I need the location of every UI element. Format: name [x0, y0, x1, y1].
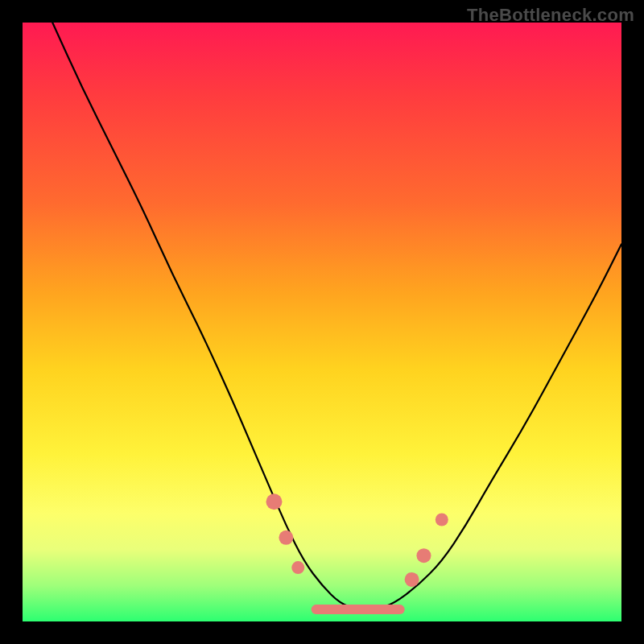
curve-marker — [279, 530, 293, 545]
curve-marker — [266, 493, 282, 510]
curve-marker — [436, 514, 448, 526]
chart-frame: TheBottleneck.com — [0, 0, 644, 644]
bottleneck-curve — [52, 23, 621, 609]
watermark-text: TheBottleneck.com — [467, 5, 634, 26]
curve-marker — [405, 572, 419, 587]
plot-area — [23, 23, 621, 621]
curve-marker — [291, 561, 304, 574]
curve-marker — [416, 548, 431, 563]
curve-svg — [23, 23, 621, 621]
